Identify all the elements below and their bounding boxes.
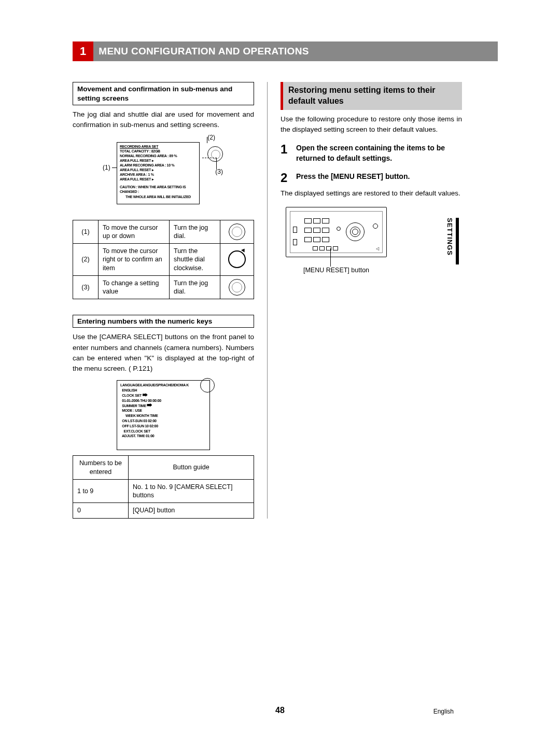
jog-shuttle-table: (1) To move the cursor up or down Turn t… <box>73 220 254 300</box>
box-title-movement: Movement and confirmation in sub-menus a… <box>73 82 254 105</box>
paragraph: Use the following procedure to restore o… <box>281 114 462 135</box>
k-indicator-circle <box>200 378 215 393</box>
arrow-icon <box>147 403 152 407</box>
chapter-number: 1 <box>73 41 93 61</box>
paragraph: The displayed settings are restored to t… <box>281 188 462 199</box>
arrow-icon <box>143 393 148 397</box>
paragraph: Use the [CAMERA SELECT] buttons on the f… <box>73 332 254 374</box>
callout-2: (2) <box>207 134 215 141</box>
step-1: 1 Open the screen containing the items t… <box>281 143 462 163</box>
step-text: Open the screen containing the items to … <box>296 143 462 163</box>
shuttle-icon <box>228 250 246 268</box>
jog-icon <box>229 279 245 296</box>
step-text: Press the [MENU RESET] button. <box>296 172 410 184</box>
numeric-keys-table: Numbers to be entered Button guide 1 to … <box>73 455 254 518</box>
jog-icon <box>229 224 245 240</box>
osd-diagram-2: LANGUAGE/LANGUE/SPRACHE/IDIOMA K ENGLISH… <box>117 380 210 450</box>
step-number: 2 <box>281 172 291 184</box>
box-title-numeric: Entering numbers with the numeric keys <box>73 315 254 328</box>
tab-marker <box>456 218 459 264</box>
section-title-restore: Restoring menu setting items to their de… <box>281 82 462 110</box>
jog-dial-icon <box>207 146 223 162</box>
step-number: 1 <box>281 143 291 163</box>
page-number: 48 <box>0 706 560 715</box>
paragraph: The jog dial and shuttle dial are used f… <box>73 109 254 131</box>
device-caption: [MENU RESET] button <box>286 267 387 274</box>
osd-diagram-1: RECORDING AREA SET TOTAL CAPACITY : 82GB… <box>104 137 223 210</box>
language-label: English <box>433 708 454 715</box>
chapter-title: MENU CONFIGURATION AND OPERATIONS <box>93 46 309 57</box>
callout-3: (3) <box>215 168 223 175</box>
side-tab-label: SETTINGS <box>446 218 454 256</box>
chapter-header: 1 MENU CONFIGURATION AND OPERATIONS <box>73 41 498 61</box>
step-2: 2 Press the [MENU RESET] button. <box>281 172 462 184</box>
device-front-panel: ◁ <box>286 207 387 264</box>
callout-1: (1) <box>103 164 110 171</box>
